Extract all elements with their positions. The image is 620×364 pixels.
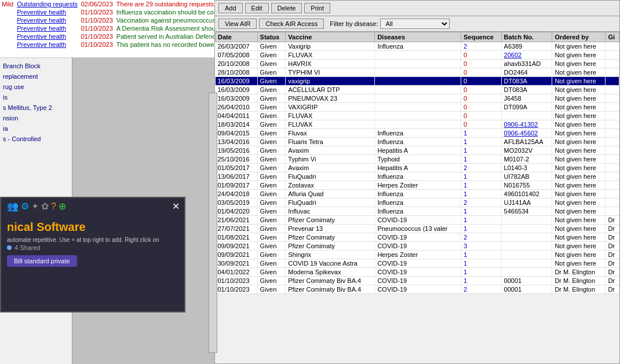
settings-icon: ⚙ <box>21 201 29 212</box>
vaccine-row[interactable]: 01/09/2017 Given Zostavax Herpes Zoster … <box>216 181 619 190</box>
vaccine-row[interactable]: 24/04/2018 Given Afluria Quad Influenza … <box>216 190 619 198</box>
close-icon[interactable]: ✕ <box>172 201 180 212</box>
vaccine-name: FLUVAX <box>286 51 375 60</box>
vaccine-batch: 4960101402 <box>501 190 552 198</box>
sidebar-item-0[interactable]: Branch Block <box>0 61 72 71</box>
vaccine-row[interactable]: 26/03/2007 Given Vaxigrip Influenza 2 A6… <box>216 42 619 51</box>
vaccine-row[interactable]: 13/04/2016 Given Fluarix Tetra Influenza… <box>216 138 619 146</box>
vaccine-row[interactable]: 25/10/2016 Given Typhim Vi Typhoid 1 M01… <box>216 155 619 164</box>
vaccine-status: Given <box>257 225 286 233</box>
vaccine-date: 25/10/2016 <box>216 155 258 164</box>
col-header-status[interactable]: Status <box>257 32 286 42</box>
vaccine-sequence: 1 <box>461 190 501 198</box>
alert-date: 01/10/2023 <box>79 41 115 49</box>
vaccine-row[interactable]: 30/09/2021 Given COVID 19 Vaccine Astra … <box>216 259 619 268</box>
alert-type[interactable]: Outstanding requests <box>15 0 79 8</box>
vaccine-sequence: 0 <box>461 86 501 94</box>
print-button[interactable]: Print <box>304 3 330 13</box>
vertical-scrollbar[interactable] <box>209 93 217 353</box>
col-header-gi[interactable]: Gi <box>606 32 619 42</box>
vaccine-row[interactable]: 16/03/2009 Given PNEUMOVAX 23 0 J6458 No… <box>216 94 619 103</box>
add-button[interactable]: Add <box>218 3 243 13</box>
vaccine-row[interactable]: 01/10/2023 Given Pfizer Comimaty Biv BA.… <box>216 277 619 285</box>
vaccine-batch: DT083A <box>501 86 552 94</box>
plus-icon[interactable]: ⊕ <box>59 201 66 212</box>
alert-type[interactable]: Preventive health <box>15 8 79 16</box>
vaccine-row[interactable]: 26/04/2010 Given VAXIGRIP 0 DT099A Not g… <box>216 103 619 112</box>
col-header-ordered-by[interactable]: Ordered by <box>552 32 606 42</box>
vaccine-row[interactable]: 01/08/2021 Given Pfizer Comimaty COVID-1… <box>216 233 619 242</box>
vaccine-date: 21/06/2021 <box>216 216 258 225</box>
vaccine-row[interactable]: 27/07/2021 Given Prevenar 13 Pneumococcu… <box>216 225 619 233</box>
edit-button[interactable]: Edit <box>245 3 269 13</box>
vaccine-ordered: Not given here <box>552 225 606 233</box>
vaccine-ordered: Not given here <box>552 207 606 216</box>
vaccine-sequence: 1 <box>461 277 501 285</box>
vaccine-name: Shingrix <box>286 251 375 259</box>
help-icon[interactable]: ? <box>51 201 56 212</box>
filter-disease-select[interactable]: All COVID-19 Influenza Hepatitis A Herpe… <box>380 19 450 29</box>
col-header-batch-no.[interactable]: Batch No. <box>501 32 552 42</box>
vaccine-row[interactable]: 18/03/2014 Given FLUVAX 0 0906-41302 Not… <box>216 120 619 129</box>
vaccine-row[interactable]: 09/09/2021 Given Pfizer Comimaty COVID-1… <box>216 242 619 251</box>
vaccine-status: Given <box>257 233 286 242</box>
vaccine-date: 26/03/2007 <box>216 42 258 51</box>
vaccine-row[interactable]: 04/01/2022 Given Moderna Spikevax COVID-… <box>216 268 619 277</box>
vaccine-batch <box>501 242 552 251</box>
vaccine-row[interactable]: 07/05/2008 Given FLUVAX 0 20602 Not give… <box>216 51 619 60</box>
vaccine-name: Influvac <box>286 207 375 216</box>
vaccine-row[interactable]: 16/03/2009 Given vaxigrip 0 DT083A Not g… <box>216 77 619 86</box>
check-air-button[interactable]: Check AIR Access <box>259 19 324 29</box>
vaccine-row[interactable]: 01/10/2023 Given Pfizer Comimaty Biv BA.… <box>216 285 619 294</box>
alert-type[interactable]: Preventive health <box>15 41 79 49</box>
vaccine-row[interactable]: 28/10/2008 Given TYPHIM VI 0 DO2464 Not … <box>216 68 619 77</box>
alert-type[interactable]: Preventive health <box>15 32 79 41</box>
vaccine-row[interactable]: 03/05/2019 Given FluQuadri Influenza 2 U… <box>216 198 619 207</box>
vaccine-row[interactable]: 09/09/2021 Given Shingrix Herpes Zoster … <box>216 251 619 259</box>
main-vaccine-panel: Add Edit Delete Print View AIR Check AIR… <box>214 0 620 364</box>
vaccine-date: 01/05/2017 <box>216 164 258 172</box>
vaccine-batch <box>501 268 552 277</box>
vaccine-name: Zostavax <box>286 181 375 190</box>
vaccine-row[interactable]: 04/04/2011 Given FLUVAX 0 Not given here <box>216 112 619 120</box>
sidebar-item-7[interactable]: s - Controlled <box>0 134 72 144</box>
vaccine-diseases <box>375 51 461 60</box>
sidebar-item-2[interactable]: rug use <box>0 82 72 92</box>
sidebar-item-4[interactable]: s Mellitus, Type 2 <box>0 102 72 113</box>
vaccine-status: Given <box>257 259 286 268</box>
vaccine-row[interactable]: 16/03/2009 Given ACELLULAR DTP 0 DT083A … <box>216 86 619 94</box>
col-header-sequence[interactable]: Sequence <box>461 32 501 42</box>
vaccine-row[interactable]: 01/05/2017 Given Avaxim Hepatitis A 2 L0… <box>216 164 619 172</box>
vaccine-sequence: 0 <box>461 112 501 120</box>
view-air-button[interactable]: View AIR <box>218 19 257 29</box>
dark-software-panel: ✕ 👥 ⚙ ✦ ✿ ? ⊕ nical Software automate re… <box>0 197 185 312</box>
vaccine-diseases: Influenza <box>375 172 461 181</box>
vaccine-table-container[interactable]: DateStatusVaccineDiseasesSequenceBatch N… <box>215 32 619 356</box>
vaccine-sequence: 1 <box>461 155 501 164</box>
alert-severity <box>0 24 15 32</box>
alert-type[interactable]: Preventive health <box>15 16 79 24</box>
vaccine-ordered: Not given here <box>552 51 606 60</box>
vaccine-diseases: Influenza <box>375 190 461 198</box>
col-header-date[interactable]: Date <box>216 32 258 42</box>
vaccine-date: 13/06/2017 <box>216 172 258 181</box>
sidebar-item-6[interactable]: ia <box>0 123 72 134</box>
vaccine-batch: M0107-2 <box>501 155 552 164</box>
sidebar-item-1[interactable]: replacement <box>0 71 72 82</box>
alert-type[interactable]: Preventive health <box>15 24 79 32</box>
col-header-vaccine[interactable]: Vaccine <box>286 32 375 42</box>
vaccine-row[interactable]: 20/10/2008 Given HAVRIX 0 ahavb331AD Not… <box>216 60 619 68</box>
sidebar-item-3[interactable]: is <box>0 92 72 102</box>
vaccine-row[interactable]: 01/04/2020 Given Influvac Influenza 1 54… <box>216 207 619 216</box>
sidebar-item-5[interactable]: nsion <box>0 113 72 123</box>
delete-button[interactable]: Delete <box>271 3 302 13</box>
bill-standard-private-button[interactable]: Bill standard private <box>7 255 77 267</box>
vaccine-row[interactable]: 13/06/2017 Given FluQuadri Influenza 1 U… <box>216 172 619 181</box>
vaccine-sequence: 0 <box>461 60 501 68</box>
vaccine-name: Pfizer Comimaty <box>286 242 375 251</box>
vaccine-row[interactable]: 19/05/2016 Given Avaxim Hepatitis A 1 MO… <box>216 146 619 155</box>
vaccine-date: 04/01/2022 <box>216 268 258 277</box>
vaccine-row[interactable]: 09/04/2015 Given Fluvax Influenza 1 0906… <box>216 129 619 138</box>
vaccine-row[interactable]: 21/06/2021 Given Pfizer Comimaty COVID-1… <box>216 216 619 225</box>
col-header-diseases[interactable]: Diseases <box>375 32 461 42</box>
